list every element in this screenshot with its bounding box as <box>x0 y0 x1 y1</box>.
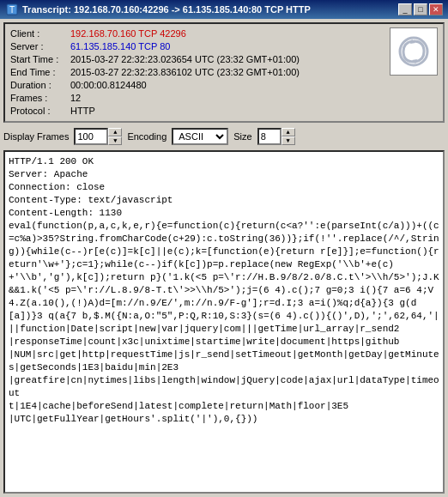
size-input[interactable] <box>257 128 282 145</box>
window-controls: _ □ ✕ <box>398 3 443 15</box>
server-label: Server : <box>10 40 70 53</box>
client-row: Client : 192.168.70.160 TCP 42296 <box>10 27 386 40</box>
content-line: t|1E4|cache|beforeSend|latest|complete|r… <box>9 400 439 413</box>
encoding-select-container[interactable]: ASCII UTF-8 UTF-16 Latin-1 <box>172 128 228 145</box>
start-time-row: Start Time : 2015-03-27 22:32:23.023654 … <box>10 53 386 66</box>
protocol-value: HTTP <box>70 105 95 118</box>
size-down-button[interactable]: ▼ <box>282 136 295 145</box>
protocol-row: Protocol : HTTP <box>10 105 386 118</box>
encoding-select[interactable]: ASCII UTF-8 UTF-16 Latin-1 <box>172 128 228 145</box>
client-value: 192.168.70.160 TCP 42296 <box>70 27 186 40</box>
display-frames-up-button[interactable]: ▲ <box>108 128 122 136</box>
display-frames-down-button[interactable]: ▼ <box>108 136 122 145</box>
content-line: Content-Length: 1130 <box>9 207 439 220</box>
duration-row: Duration : 00:00:00.8124480 <box>10 79 386 92</box>
start-time-label: Start Time : <box>10 53 70 66</box>
maximize-button[interactable]: □ <box>414 3 427 15</box>
content-line: eval(function(p,a,c,k,e,r){e=function(c)… <box>9 220 439 336</box>
duration-value: 00:00:00.8124480 <box>70 79 147 92</box>
svg-text:T: T <box>9 5 15 15</box>
end-time-row: End Time : 2015-03-27 22:32:23.836102 UT… <box>10 66 386 79</box>
end-time-value: 2015-03-27 22:32:23.836102 UTC (23:32 GM… <box>70 66 300 79</box>
refresh-icon-panel <box>390 27 438 76</box>
content-line: |greatfire|cn|nytimes|libs|length|window… <box>9 374 439 400</box>
toolbar: Display Frames ▲ ▼ Encoding ASCII UTF-8 … <box>3 126 445 147</box>
display-frames-label: Display Frames <box>3 131 69 142</box>
window-title: Transcript: 192.168.70.160:42296 -> 61.1… <box>22 4 398 15</box>
info-rows: Client : 192.168.70.160 TCP 42296 Server… <box>10 27 386 118</box>
frames-value: 12 <box>70 92 81 105</box>
info-panel: Client : 192.168.70.160 TCP 42296 Server… <box>3 22 445 123</box>
start-time-value: 2015-03-27 22:32:23.023654 UTC (23:32 GM… <box>70 53 300 66</box>
content-line: HTTP/1.1 200 OK <box>9 155 439 168</box>
display-frames-spinner-buttons: ▲ ▼ <box>108 128 122 145</box>
content-line: |responseTime|count|x3c|unixtime|startim… <box>9 336 439 349</box>
close-button[interactable]: ✕ <box>429 3 443 15</box>
minimize-button[interactable]: _ <box>398 3 412 15</box>
size-label: Size <box>233 131 251 142</box>
display-frames-spinner[interactable]: ▲ ▼ <box>74 128 122 145</box>
frames-label: Frames : <box>10 92 70 105</box>
size-spinner-buttons: ▲ ▼ <box>282 128 295 145</box>
protocol-label: Protocol : <box>10 105 70 118</box>
content-line: Server: Apache <box>9 168 439 181</box>
content-line: |NUM|src|get|http|requestTime|js|r_send|… <box>9 349 439 374</box>
end-time-label: End Time : <box>10 66 70 79</box>
size-up-button[interactable]: ▲ <box>282 128 295 136</box>
server-row: Server : 61.135.185.140 TCP 80 <box>10 40 386 53</box>
content-line: Connection: close <box>9 181 439 194</box>
content-line: |UTC|getFullYear|getHours'.split('|'),0,… <box>9 413 439 426</box>
size-spinner[interactable]: ▲ ▼ <box>257 128 295 145</box>
client-label: Client : <box>10 27 70 40</box>
content-line: Content-Type: text/javascript <box>9 194 439 207</box>
content-area[interactable]: HTTP/1.1 200 OKServer: ApacheConnection:… <box>3 150 445 494</box>
app-icon: T <box>5 3 19 16</box>
window-content: Client : 192.168.70.160 TCP 42296 Server… <box>0 19 448 497</box>
frames-row: Frames : 12 <box>10 92 386 105</box>
display-frames-input[interactable] <box>74 128 108 145</box>
server-value: 61.135.185.140 TCP 80 <box>70 40 170 53</box>
duration-label: Duration : <box>10 79 70 92</box>
title-bar: T Transcript: 192.168.70.160:42296 -> 61… <box>0 0 448 19</box>
encoding-label: Encoding <box>127 131 166 142</box>
